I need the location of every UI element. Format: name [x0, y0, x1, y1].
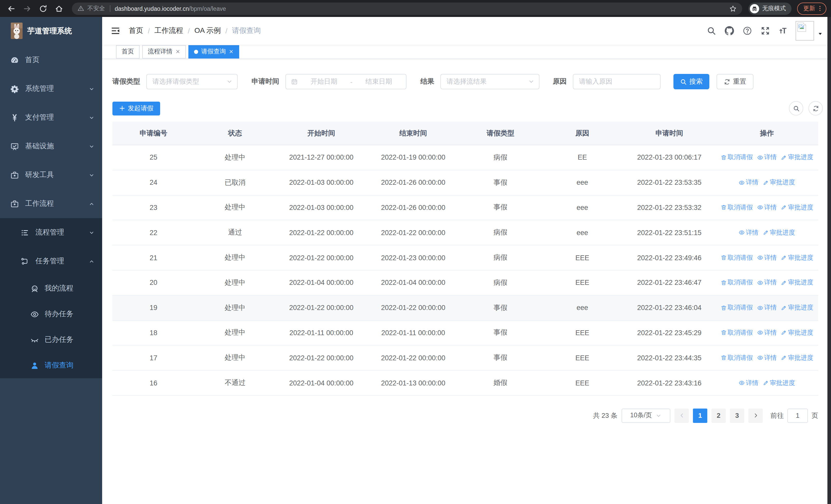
breadcrumb-item[interactable]: OA 示例 — [195, 26, 221, 35]
sidebar-item-process-management[interactable]: 流程管理 — [0, 218, 102, 247]
cell-status: 处理中 — [195, 203, 276, 212]
action-progress-link[interactable]: 审批进度 — [763, 178, 795, 187]
app-logo[interactable]: 芋道管理系统 — [0, 17, 102, 45]
page-size-select[interactable]: 10条/页 — [622, 409, 670, 423]
address-bar[interactable]: 不安全 dashboard.yudao.iocoder.cn/bpm/oa/le… — [72, 2, 742, 14]
reason-input[interactable]: 请输入原因 — [573, 74, 661, 89]
sidebar-item-todo-tasks[interactable]: 待办任务 — [0, 301, 102, 327]
action-progress-link[interactable]: 审批进度 — [763, 228, 795, 237]
browser-reload-icon[interactable] — [39, 4, 47, 12]
sidebar-menu: 首页系统管理支付管理基础设施研发工具工作流程流程管理任务管理我的流程待办任务已办… — [0, 46, 102, 378]
bookmark-star-icon[interactable] — [729, 5, 737, 12]
page-button-1[interactable]: 1 — [693, 409, 707, 423]
reset-button[interactable]: 重置 — [717, 74, 753, 89]
breadcrumb-item[interactable]: 工作流程 — [154, 26, 183, 35]
browser-back-icon[interactable] — [7, 4, 16, 12]
user-avatar[interactable] — [796, 21, 823, 40]
sidebar-item-my-process[interactable]: 我的流程 — [0, 276, 102, 301]
page-button-3[interactable]: 3 — [730, 409, 744, 423]
chevron-up-icon — [89, 259, 94, 264]
chevron-down-icon — [89, 115, 94, 120]
action-detail-link[interactable]: 详情 — [739, 379, 758, 387]
action-cancel-link[interactable]: 取消请假 — [720, 354, 753, 362]
search-button[interactable]: 搜索 — [674, 74, 709, 89]
sidebar-item-leave-query[interactable]: 请假查询 — [0, 353, 102, 378]
sidebar-item-done-tasks[interactable]: 已办任务 — [0, 327, 102, 353]
action-detail-link[interactable]: 详情 — [757, 354, 777, 362]
cell-status: 处理中 — [195, 253, 276, 262]
close-icon[interactable] — [175, 49, 180, 54]
action-progress-link[interactable]: 审批进度 — [781, 303, 813, 312]
fullscreen-icon[interactable] — [761, 26, 770, 35]
leave-type-select[interactable]: 请选择请假类型 — [146, 74, 238, 89]
filter-form: 请假类型 请选择请假类型 申请时间 开始日期 - 结束日期 结果 请选择流结果 — [112, 74, 823, 89]
prev-page-button[interactable] — [675, 409, 689, 423]
action-detail-link[interactable]: 详情 — [739, 228, 758, 237]
breadcrumb-item[interactable]: 首页 — [129, 26, 143, 35]
action-detail-link[interactable]: 详情 — [757, 253, 777, 262]
tab-首页[interactable]: 首页 — [116, 45, 140, 58]
not-secure-icon[interactable] — [78, 5, 84, 12]
browser-home-icon[interactable] — [55, 4, 63, 12]
action-progress-link[interactable]: 审批进度 — [781, 253, 813, 262]
help-icon[interactable] — [743, 26, 752, 35]
action-cancel-link[interactable]: 取消请假 — [720, 278, 753, 287]
result-label: 结果 — [420, 77, 434, 86]
sidebar-item-devtools[interactable]: 研发工具 — [0, 161, 102, 189]
sidebar-item-infrastructure[interactable]: 基础设施 — [0, 132, 102, 161]
action-progress-link[interactable]: 审批进度 — [781, 328, 813, 337]
action-detail-link[interactable]: 详情 — [757, 278, 777, 287]
action-progress-link[interactable]: 审批进度 — [781, 203, 813, 212]
action-detail-link[interactable]: 详情 — [739, 178, 758, 187]
cell-reason: EEE — [542, 279, 623, 287]
sidebar-item-task-management[interactable]: 任务管理 — [0, 247, 102, 276]
action-detail-link[interactable]: 详情 — [757, 328, 777, 337]
user-icon — [30, 361, 39, 370]
create-leave-button[interactable]: 发起请假 — [112, 101, 160, 115]
sidebar-item-workflow[interactable]: 工作流程 — [0, 189, 102, 218]
avatar[interactable] — [796, 21, 814, 40]
action-cancel-link[interactable]: 取消请假 — [720, 328, 753, 337]
broken-image-icon — [797, 22, 807, 32]
gear-icon — [10, 84, 19, 93]
browser-menu-icon[interactable] — [816, 5, 823, 12]
browser-update-button[interactable]: 更新 — [797, 2, 826, 14]
cell-start: 2022-01-04 00:00:00 — [276, 279, 367, 287]
search-tool-button[interactable] — [789, 101, 803, 116]
url-host: dashboard.yudao.iocoder.cn — [115, 5, 189, 11]
font-size-icon[interactable] — [779, 26, 788, 35]
avatar-caret-icon[interactable] — [818, 31, 823, 36]
action-cancel-link[interactable]: 取消请假 — [720, 303, 753, 312]
chevron-down-icon — [89, 144, 94, 149]
sidebar-item-home[interactable]: 首页 — [0, 46, 102, 75]
action-cancel-link[interactable]: 取消请假 — [720, 253, 753, 262]
refresh-tool-button[interactable] — [808, 101, 823, 116]
action-detail-link[interactable]: 详情 — [757, 303, 777, 312]
tab-流程详情[interactable]: 流程详情 — [142, 45, 186, 58]
action-progress-link[interactable]: 审批进度 — [763, 379, 795, 387]
sidebar-item-payment[interactable]: 支付管理 — [0, 103, 102, 132]
search-icon[interactable] — [707, 26, 716, 35]
next-page-button[interactable] — [748, 409, 763, 423]
action-progress-link[interactable]: 审批进度 — [781, 153, 813, 162]
sidebar-toggle-icon[interactable] — [111, 26, 120, 35]
goto-page-input[interactable]: 1 — [787, 409, 808, 423]
action-detail-link[interactable]: 详情 — [757, 153, 777, 162]
scrollbar-track[interactable] — [827, 17, 831, 504]
action-label: 审批进度 — [788, 203, 813, 212]
browser-forward-icon[interactable] — [23, 4, 31, 12]
action-cancel-link[interactable]: 取消请假 — [720, 153, 753, 162]
action-cancel-link[interactable]: 取消请假 — [720, 203, 753, 212]
sidebar-item-system[interactable]: 系统管理 — [0, 75, 102, 103]
tab-请假查询[interactable]: 请假查询 — [189, 45, 239, 58]
action-progress-link[interactable]: 审批进度 — [781, 354, 813, 362]
action-progress-link[interactable]: 审批进度 — [781, 278, 813, 287]
leave-table: 申请编号状态开始时间结束时间请假类型原因申请时间操作 25处理中2021-12-… — [112, 122, 818, 396]
cell-end: 2022-01-26 00:00:00 — [367, 204, 459, 211]
result-select[interactable]: 请选择流结果 — [440, 74, 540, 89]
action-detail-link[interactable]: 详情 — [757, 203, 777, 212]
close-icon[interactable] — [229, 49, 233, 54]
page-button-2[interactable]: 2 — [711, 409, 726, 423]
github-icon[interactable] — [725, 26, 734, 35]
apply-time-range-picker[interactable]: 开始日期 - 结束日期 — [285, 74, 406, 89]
